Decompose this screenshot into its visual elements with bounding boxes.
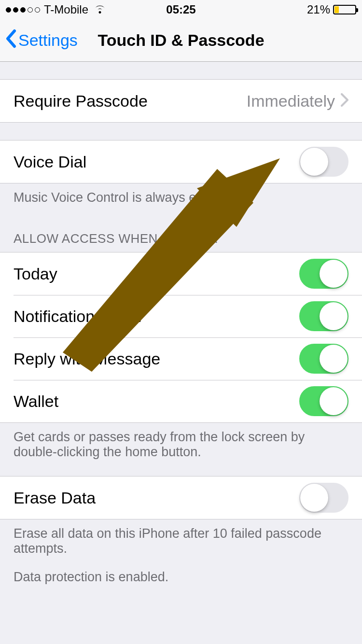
back-label: Settings [18,31,78,50]
require-passcode-group: Require Passcode Immediately [0,79,362,123]
signal-strength-icon [6,7,40,13]
allow-access-footer: Get cards or passes ready from the lock … [0,423,362,466]
erase-footer-line2: Data protection is enabled. [14,570,348,585]
wifi-icon [93,3,107,16]
voice-dial-group: Voice Dial [0,140,362,183]
allow-access-header: ALLOW ACCESS WHEN LOCKED: [0,212,362,252]
require-passcode-value: Immediately [247,92,335,111]
voice-dial-cell: Voice Dial [0,140,362,183]
wallet-label: Wallet [14,392,299,411]
battery-icon [333,5,356,14]
today-toggle[interactable] [299,259,348,289]
battery-percent: 21% [307,3,330,16]
status-bar: T-Mobile 05:25 21% [0,0,362,19]
chevron-left-icon [5,29,16,52]
status-left: T-Mobile [6,3,107,16]
wallet-toggle[interactable] [299,386,348,416]
notifications-view-toggle[interactable] [299,301,348,331]
allow-access-group: Today Notifications View Reply with Mess… [0,252,362,423]
chevron-right-icon [341,92,348,111]
wallet-cell: Wallet [0,380,362,422]
nav-bar: Settings Touch ID & Passcode [0,19,362,62]
require-passcode-label: Require Passcode [14,92,247,111]
erase-data-cell: Erase Data [0,476,362,519]
erase-data-label: Erase Data [14,489,299,507]
reply-with-message-cell: Reply with Message [0,337,362,380]
erase-data-toggle[interactable] [299,483,348,513]
back-button[interactable]: Settings [5,29,78,52]
reply-with-message-label: Reply with Message [14,350,299,368]
voice-dial-footer: Music Voice Control is always enabled. [0,183,362,212]
reply-with-message-toggle[interactable] [299,344,348,374]
notifications-view-cell: Notifications View [0,295,362,337]
notifications-view-label: Notifications View [14,307,299,326]
today-cell: Today [0,252,362,295]
voice-dial-label: Voice Dial [14,153,299,171]
erase-data-group: Erase Data [0,476,362,519]
erase-data-footer: Erase all data on this iPhone after 10 f… [0,519,362,591]
status-right: 21% [307,3,356,16]
voice-dial-toggle[interactable] [299,147,348,177]
erase-footer-line1: Erase all data on this iPhone after 10 f… [14,526,348,556]
carrier-label: T-Mobile [44,3,88,16]
require-passcode-cell[interactable]: Require Passcode Immediately [0,80,362,122]
today-label: Today [14,265,299,283]
